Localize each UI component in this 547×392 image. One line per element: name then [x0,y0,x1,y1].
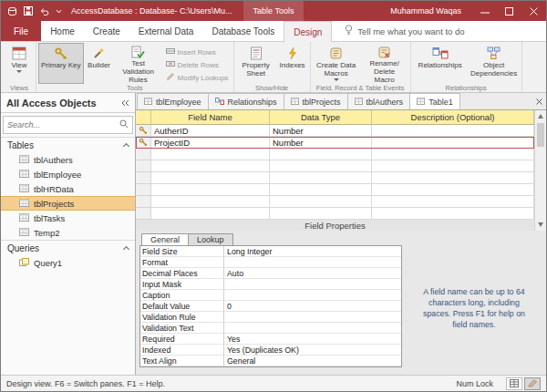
scroll-up-icon[interactable] [538,114,543,119]
minimize-button[interactable] [472,1,497,21]
modify-lookups-button[interactable]: Modify Lookups [163,72,232,83]
field-name-cell[interactable] [151,160,270,172]
data-type-cell[interactable] [270,172,372,184]
property-value[interactable] [224,279,401,290]
close-button[interactable] [521,1,546,21]
row-selector[interactable] [136,149,151,160]
description-cell[interactable] [372,125,534,137]
builder-button[interactable]: Builder [85,43,114,84]
nav-group-tables[interactable]: Tables [1,137,135,152]
relationships-button[interactable]: Relationships [413,43,468,84]
property-value[interactable]: Auto [224,268,401,279]
property-value[interactable] [224,323,401,334]
doc-tab-tblauthers[interactable]: tblAuthers [347,93,411,109]
description-cell[interactable] [372,208,534,220]
nav-item-tbltasks[interactable]: tblTasks [1,211,135,225]
property-value[interactable]: 0 [224,301,401,312]
doc-tab-tblprojects[interactable]: tblProjects [284,93,348,109]
close-document-icon[interactable] [532,93,546,109]
app-icon[interactable] [7,6,17,16]
create-data-macros-button[interactable]: Create Data Macros [313,43,360,84]
design-view-button[interactable] [524,377,541,390]
tab-general[interactable]: General [141,233,189,245]
search-icon[interactable] [119,119,129,130]
row-selector[interactable] [136,160,151,172]
scroll-thumb[interactable] [537,123,544,147]
field-name-cell[interactable] [151,208,270,220]
row-selector[interactable] [136,196,151,208]
maximize-button[interactable] [497,1,521,21]
save-icon[interactable] [24,6,33,15]
row-selector[interactable] [136,184,151,196]
property-value[interactable] [224,290,401,301]
property-value[interactable] [224,257,401,268]
field-name-cell[interactable] [151,149,270,160]
row-selector[interactable] [136,125,151,137]
field-name-cell[interactable] [151,172,270,184]
description-cell[interactable] [372,160,534,172]
datasheet-view-button[interactable] [506,377,522,390]
indexes-button[interactable]: Indexes [277,43,308,84]
scroll-down-icon[interactable] [538,222,543,227]
doc-tab-relationships[interactable]: Relationships [208,93,284,109]
qat-customize-icon[interactable] [56,9,62,14]
data-type-cell[interactable] [270,196,372,208]
search-input[interactable] [7,120,119,129]
tab-file[interactable]: File [1,21,41,41]
shutter-bar-close-icon[interactable] [120,99,129,107]
nav-item-tblemployee[interactable]: tblEmployee [1,167,135,181]
nav-item-tblprojects[interactable]: tblProjects [1,196,135,211]
tab-home[interactable]: Home [41,21,84,41]
description-cell[interactable] [372,137,534,149]
undo-icon[interactable] [39,7,49,15]
delete-rows-button[interactable]: Delete Rows [163,59,232,70]
data-type-cell[interactable] [270,208,372,220]
row-selector[interactable] [136,208,151,220]
doc-tab-table1[interactable]: Table1 [409,93,460,109]
nav-item-tblhrdata[interactable]: tblHRData [1,181,135,196]
property-value[interactable]: General [224,356,401,366]
tab-design[interactable]: Design [284,21,332,42]
rename-delete-macro-button[interactable]: Rename/ Delete Macro [361,43,408,84]
row-selector[interactable] [136,172,151,184]
field-name-cell[interactable] [151,196,270,208]
property-value[interactable] [224,312,401,323]
tab-create[interactable]: Create [84,21,129,41]
user-name[interactable]: Muhammad Waqas [390,6,461,15]
context-tab-table-tools[interactable]: Table Tools [243,1,304,21]
data-type-cell[interactable] [270,184,372,196]
nav-group-queries[interactable]: Queries [1,240,135,255]
data-type-cell[interactable]: Number [270,125,372,137]
description-cell[interactable] [372,172,534,184]
property-value[interactable]: Long Integer [224,246,401,257]
property-value[interactable]: Yes (Duplicates OK) [224,345,401,356]
tab-external-data[interactable]: External Data [129,21,203,41]
field-name-cell[interactable]: AutherID [151,125,270,137]
test-validation-rules-button[interactable]: Test Validation Rules [115,43,162,84]
property-value[interactable]: Yes [224,334,401,345]
data-type-cell[interactable] [270,160,372,172]
nav-item-query1[interactable]: Query1 [1,255,135,270]
data-type-cell[interactable] [270,149,372,160]
tab-database-tools[interactable]: Database Tools [202,21,284,41]
data-type-cell[interactable]: Number [270,137,372,149]
primary-key-button[interactable]: Primary Key [38,43,84,84]
object-dependencies-button[interactable]: Object Dependencies [469,43,520,84]
field-name-cell[interactable] [151,184,270,196]
nav-item-temp2[interactable]: Temp2 [1,225,135,240]
grid-select-all-cell[interactable] [136,110,151,125]
insert-rows-button[interactable]: Insert Rows [163,46,232,57]
nav-item-label: tblProjects [34,199,74,209]
row-selector[interactable] [136,137,151,149]
doc-tab-tblemployee[interactable]: tblEmployee [137,93,209,109]
property-sheet-button[interactable]: Property Sheet [236,43,276,84]
description-cell[interactable] [372,184,534,196]
nav-item-tblauthers[interactable]: tblAuthers [1,152,135,167]
tab-lookup[interactable]: Lookup [188,233,233,245]
description-cell[interactable] [372,149,534,160]
description-cell[interactable] [372,196,534,208]
tell-me-box[interactable]: Tell me what you want to do [345,21,464,41]
view-button[interactable]: View [5,43,34,84]
vertical-scrollbar[interactable] [534,110,546,231]
field-name-cell[interactable]: ProjectID [151,137,270,149]
